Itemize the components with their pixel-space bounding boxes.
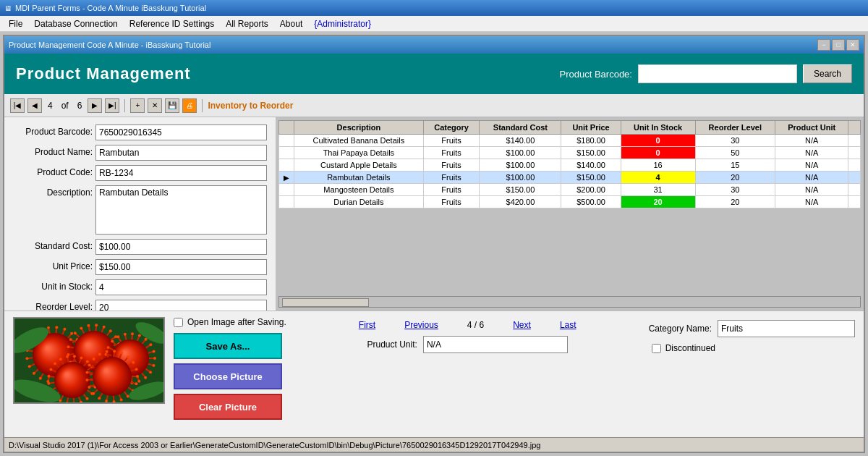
cell-product-unit[interactable]: N/A — [775, 135, 848, 147]
cell-reorder[interactable]: 30 — [695, 135, 775, 147]
cell-standard-cost[interactable]: $420.00 — [480, 196, 561, 208]
cell-unit-price[interactable]: $500.00 — [561, 196, 621, 208]
cell-product-unit[interactable]: N/A — [775, 147, 848, 159]
menu-reference[interactable]: Reference ID Settings — [124, 17, 220, 30]
cell-description[interactable]: Cultivated Banana Details — [294, 135, 424, 147]
cell-unit-stock[interactable]: 4 — [621, 172, 695, 184]
nav-last-button[interactable]: ▶| — [105, 98, 119, 113]
statusbar: D:\Visual Studio 2017 (1)\For Access 200… — [4, 437, 864, 452]
cell-reorder[interactable]: 50 — [695, 147, 775, 159]
menu-file[interactable]: File — [3, 17, 28, 30]
cell-unit-price[interactable]: $150.00 — [561, 147, 621, 159]
col-unit-price: Unit Price — [561, 121, 621, 135]
cell-product-unit[interactable]: N/A — [775, 196, 848, 208]
barcode-search-input[interactable] — [638, 64, 797, 83]
menu-reports[interactable]: All Reports — [220, 17, 274, 30]
open-image-checkbox[interactable] — [174, 318, 183, 327]
search-button[interactable]: Search — [803, 64, 852, 83]
cell-unit-stock[interactable]: 31 — [621, 184, 695, 196]
toolbar-separator — [124, 99, 125, 112]
cell-description[interactable]: Rambutan Details — [294, 172, 424, 184]
cell-category[interactable]: Fruits — [423, 172, 480, 184]
save-button[interactable]: 💾 — [165, 98, 179, 113]
description-textarea[interactable] — [95, 185, 267, 235]
nav-links: First Previous 4 / 6 Next Last — [359, 320, 576, 330]
cell-description[interactable]: Custard Apple Details — [294, 159, 424, 172]
standard-cost-input[interactable] — [95, 239, 267, 255]
description-form-label: Description: — [13, 185, 93, 198]
clear-picture-button[interactable]: Clear Picture — [174, 394, 282, 420]
cell-reorder[interactable]: 20 — [695, 172, 775, 184]
nav-prev-button[interactable]: ◀ — [27, 98, 42, 113]
cell-category[interactable]: Fruits — [423, 184, 480, 196]
table-row[interactable]: ▶Rambutan DetailsFruits$100.00$150.00420… — [279, 172, 861, 184]
cell-unit-price[interactable]: $150.00 — [561, 172, 621, 184]
name-input[interactable] — [95, 145, 267, 161]
scrollbar-thumb[interactable] — [282, 298, 369, 307]
barcode-input[interactable] — [95, 124, 267, 140]
cell-unit-price[interactable]: $200.00 — [561, 184, 621, 196]
reorder-level-input[interactable] — [95, 300, 267, 311]
current-page: 4 — [48, 101, 53, 111]
first-link[interactable]: First — [359, 320, 375, 330]
cell-category[interactable]: Fruits — [423, 196, 480, 208]
cell-reorder[interactable]: 30 — [695, 184, 775, 196]
bottom-area: Open Image after Saving. Save As... Choo… — [4, 311, 864, 437]
next-link[interactable]: Next — [513, 320, 531, 330]
choose-picture-button[interactable]: Choose Picture — [174, 363, 282, 389]
print-button[interactable]: 🖨 — [182, 98, 197, 113]
cell-unit-price[interactable]: $180.00 — [561, 135, 621, 147]
cell-unit-stock[interactable]: 0 — [621, 135, 695, 147]
cell-category[interactable]: Fruits — [423, 135, 480, 147]
cell-category[interactable]: Fruits — [423, 147, 480, 159]
discontinued-checkbox[interactable] — [652, 344, 661, 353]
unit-stock-input[interactable] — [95, 279, 267, 295]
save-as-button[interactable]: Save As... — [174, 333, 282, 359]
cell-standard-cost[interactable]: $100.00 — [480, 172, 561, 184]
nav-next-button[interactable]: ▶ — [88, 98, 102, 113]
table-scroll-area[interactable]: Description Category Standard Cost Unit … — [278, 120, 861, 295]
category-name-input[interactable] — [718, 320, 855, 337]
add-button[interactable]: + — [130, 98, 145, 113]
code-input[interactable] — [95, 165, 267, 181]
cell-unit-stock[interactable]: 16 — [621, 159, 695, 172]
menu-about[interactable]: About — [274, 17, 308, 30]
table-row[interactable]: Cultivated Banana DetailsFruits$140.00$1… — [279, 135, 861, 147]
cell-product-unit[interactable]: N/A — [775, 184, 848, 196]
cell-standard-cost[interactable]: $100.00 — [480, 147, 561, 159]
cell-standard-cost[interactable]: $140.00 — [480, 135, 561, 147]
col-standard-cost: Standard Cost — [480, 121, 561, 135]
horizontal-scrollbar[interactable] — [278, 296, 861, 308]
last-link[interactable]: Last — [560, 320, 576, 330]
close-button[interactable]: ✕ — [846, 39, 859, 51]
cell-standard-cost[interactable]: $150.00 — [480, 184, 561, 196]
cell-unit-stock[interactable]: 20 — [621, 196, 695, 208]
delete-button[interactable]: ✕ — [148, 98, 162, 113]
cell-unit-price[interactable]: $140.00 — [561, 159, 621, 172]
cell-unit-stock[interactable]: 0 — [621, 147, 695, 159]
statusbar-text: D:\Visual Studio 2017 (1)\For Access 200… — [9, 441, 540, 449]
cell-reorder[interactable]: 15 — [695, 159, 775, 172]
table-row[interactable]: Mangosteen DetailsFruits$150.00$200.0031… — [279, 184, 861, 196]
unit-stock-label: Unit in Stock: — [13, 279, 93, 292]
menu-database[interactable]: Database Connection — [28, 17, 123, 30]
cell-standard-cost[interactable]: $100.00 — [480, 159, 561, 172]
minimize-button[interactable]: − — [817, 39, 830, 51]
cell-reorder[interactable]: 20 — [695, 196, 775, 208]
product-unit-input[interactable] — [423, 336, 568, 353]
unit-price-input[interactable] — [95, 259, 267, 275]
previous-link[interactable]: Previous — [404, 320, 438, 330]
maximize-button[interactable]: □ — [832, 39, 845, 51]
name-row: Product Name: — [13, 145, 267, 161]
table-row[interactable]: Durian DetailsFruits$420.00$500.002020N/… — [279, 196, 861, 208]
cell-description[interactable]: Mangosteen Details — [294, 184, 424, 196]
cell-description[interactable]: Thai Papaya Details — [294, 147, 424, 159]
toolbar-separator-2 — [202, 99, 203, 112]
cell-product-unit[interactable]: N/A — [775, 159, 848, 172]
table-row[interactable]: Custard Apple DetailsFruits$100.00$140.0… — [279, 159, 861, 172]
cell-category[interactable]: Fruits — [423, 159, 480, 172]
cell-product-unit[interactable]: N/A — [775, 172, 848, 184]
nav-first-button[interactable]: |◀ — [10, 98, 25, 113]
table-row[interactable]: Thai Papaya DetailsFruits$100.00$150.000… — [279, 147, 861, 159]
cell-description[interactable]: Durian Details — [294, 196, 424, 208]
